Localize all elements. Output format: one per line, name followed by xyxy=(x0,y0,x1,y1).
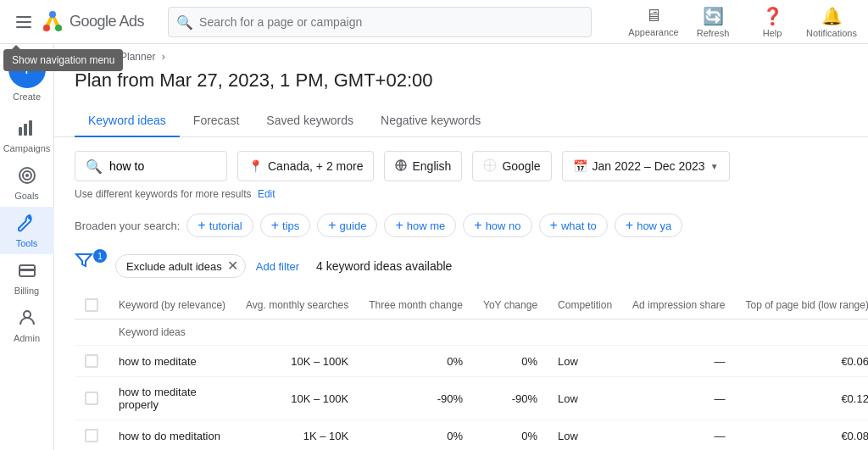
select-all-checkbox[interactable] xyxy=(85,298,98,312)
create-label: Create xyxy=(13,92,41,102)
exclude-close-icon[interactable]: ✕ xyxy=(227,259,238,273)
row-2-ad-impression: — xyxy=(622,420,735,451)
layout: + Create Campaigns Goals Tools Billing xyxy=(0,44,868,450)
svg-point-3 xyxy=(55,25,62,31)
tabs: Keyword ideas Forecast Saved keywords Ne… xyxy=(54,105,868,137)
hamburger-icon xyxy=(16,16,31,28)
main-content: Keyword Planner › Plan from Mar 27, 2023… xyxy=(54,44,868,450)
plus-icon: + xyxy=(198,218,205,233)
add-filter-button[interactable]: Add filter xyxy=(256,260,299,273)
keyword-filter-row: 1 Exclude adult ideas ✕ Add filter 4 key… xyxy=(54,247,868,292)
admin-label: Admin xyxy=(14,333,40,343)
sidebar-item-billing[interactable]: Billing xyxy=(0,254,54,302)
tab-keyword-ideas[interactable]: Keyword ideas xyxy=(75,105,180,137)
broaden-chip-tutorial-label: tutorial xyxy=(209,219,242,232)
breadcrumb-arrow: › xyxy=(162,51,165,63)
location-filter[interactable]: 📍 Canada, + 2 more xyxy=(237,151,374,181)
row-0-top-bid-low: €0.06 xyxy=(735,346,868,377)
th-three-month[interactable]: Three month change xyxy=(359,292,473,319)
broaden-chip-how-me[interactable]: + how me xyxy=(384,214,456,237)
tab-forecast[interactable]: Forecast xyxy=(180,105,253,137)
nav-actions: 🖥 Appearance 🔄 Refresh ❓ Help 🔔 Notifica… xyxy=(624,0,861,44)
billing-label: Billing xyxy=(14,286,39,296)
broaden-chip-how-no[interactable]: + how no xyxy=(463,214,531,237)
plus-icon: + xyxy=(474,218,481,233)
svg-point-10 xyxy=(25,174,29,177)
breadcrumb[interactable]: Keyword Planner › xyxy=(54,44,868,63)
exclude-adult-chip[interactable]: Exclude adult ideas ✕ xyxy=(115,254,246,278)
row-1-keyword: how to meditate properly xyxy=(108,377,236,420)
sidebar-item-admin[interactable]: Admin xyxy=(0,302,54,349)
th-select-all[interactable] xyxy=(75,292,108,319)
th-keyword[interactable]: Keyword (by relevance) xyxy=(108,292,236,319)
date-range-label: Jan 2022 – Dec 2023 xyxy=(593,159,705,173)
row-2-yoy: 0% xyxy=(473,420,548,451)
help-button[interactable]: ❓ Help xyxy=(743,0,802,44)
broaden-chip-guide-label: guide xyxy=(340,219,367,232)
goals-label: Goals xyxy=(14,191,39,201)
language-filter[interactable]: English xyxy=(384,151,462,181)
network-filter[interactable]: Google xyxy=(472,151,551,181)
section-header-label: Keyword ideas xyxy=(108,319,868,346)
hint-edit-link[interactable]: Edit xyxy=(258,188,275,200)
search-input[interactable] xyxy=(168,7,592,37)
broaden-chip-what-to[interactable]: + what to xyxy=(539,214,608,237)
row-0-keyword: how to meditate xyxy=(108,346,236,377)
broaden-chip-how-me-label: how me xyxy=(407,219,446,232)
table-header-row: Keyword (by relevance) Avg. monthly sear… xyxy=(75,292,868,319)
tools-label: Tools xyxy=(16,238,38,248)
sidebar-item-tools[interactable]: Tools xyxy=(0,207,54,254)
hamburger-button[interactable] xyxy=(7,5,41,39)
refresh-icon: 🔄 xyxy=(703,6,724,26)
plus-icon: + xyxy=(395,218,403,233)
svg-point-14 xyxy=(24,311,31,318)
th-top-bid-low[interactable]: Top of page bid (low range) xyxy=(735,292,868,319)
appearance-button[interactable]: 🖥 Appearance xyxy=(624,0,683,44)
app-logo: Google Ads xyxy=(41,10,144,34)
keyword-search-input[interactable] xyxy=(109,159,194,173)
row-1-check-cell[interactable] xyxy=(75,377,108,420)
row-0-checkbox[interactable] xyxy=(85,354,98,368)
broaden-chip-how-ya[interactable]: + how ya xyxy=(615,214,683,237)
th-ad-impression[interactable]: Ad impression share xyxy=(622,292,735,319)
th-yoy[interactable]: YoY change xyxy=(473,292,548,319)
refresh-button[interactable]: 🔄 Refresh xyxy=(683,0,743,44)
notifications-button[interactable]: 🔔 Notifications xyxy=(802,0,861,44)
th-competition[interactable]: Competition xyxy=(548,292,622,319)
tab-saved-keywords[interactable]: Saved keywords xyxy=(253,105,367,137)
filter-icon-wrap[interactable]: 1 xyxy=(75,251,105,281)
language-icon xyxy=(395,159,407,174)
search-bar[interactable]: 🔍 xyxy=(168,7,592,37)
campaigns-label: Campaigns xyxy=(3,143,51,153)
broaden-chip-tutorial[interactable]: + tutorial xyxy=(186,214,253,237)
sidebar-item-goals[interactable]: Goals xyxy=(0,159,54,207)
row-1-avg-monthly: 10K – 100K xyxy=(236,377,359,420)
notifications-icon: 🔔 xyxy=(821,6,843,26)
th-avg-monthly[interactable]: Avg. monthly searches xyxy=(236,292,359,319)
sidebar-item-campaigns[interactable]: Campaigns xyxy=(0,112,54,159)
refresh-label: Refresh xyxy=(697,28,730,38)
keyword-search-box[interactable]: 🔍 xyxy=(75,151,227,181)
plus-icon: + xyxy=(328,218,336,233)
svg-point-2 xyxy=(43,25,50,31)
row-1-top-bid-low: €0.12 xyxy=(735,377,868,420)
appearance-icon: 🖥 xyxy=(645,6,662,25)
broaden-chip-tips[interactable]: + tips xyxy=(260,214,311,237)
row-0-check-cell[interactable] xyxy=(75,346,108,377)
calendar-icon: 📅 xyxy=(573,159,587,173)
row-2-competition: Low xyxy=(548,420,622,451)
row-1-checkbox[interactable] xyxy=(85,392,98,405)
broaden-chip-guide[interactable]: + guide xyxy=(317,214,377,237)
network-icon xyxy=(483,158,497,175)
filter-bar: 🔍 📍 Canada, + 2 more English Google xyxy=(54,137,868,188)
tab-negative-keywords[interactable]: Negative keywords xyxy=(367,105,494,137)
search-icon: 🔍 xyxy=(176,14,193,30)
row-2-checkbox[interactable] xyxy=(85,429,98,442)
help-icon: ❓ xyxy=(762,6,783,26)
funnel-icon xyxy=(75,253,93,274)
row-2-check-cell[interactable] xyxy=(75,420,108,451)
table-row: how to meditate 10K – 100K 0% 0% Low — €… xyxy=(75,346,868,377)
exclude-adult-label: Exclude adult ideas xyxy=(126,260,222,273)
date-dropdown-icon: ▼ xyxy=(710,162,719,171)
date-range-filter[interactable]: 📅 Jan 2022 – Dec 2023 ▼ xyxy=(562,151,730,181)
